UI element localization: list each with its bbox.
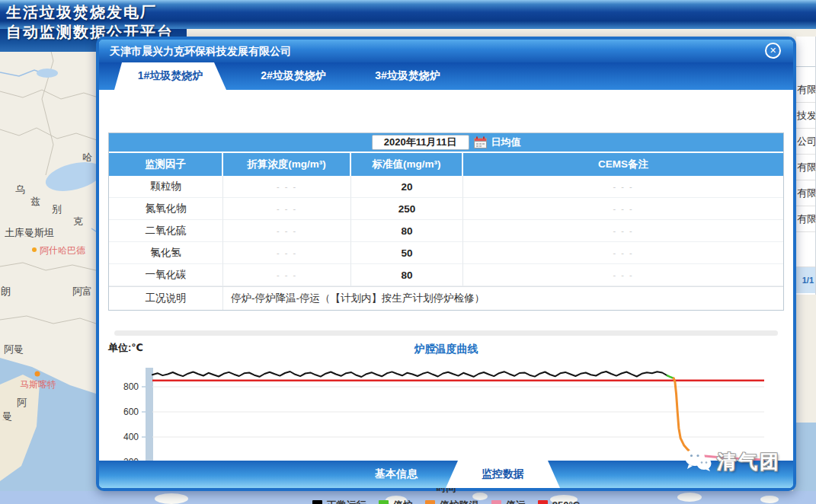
tab-incinerator-1[interactable]: 1#垃圾焚烧炉	[114, 62, 226, 90]
screen: 哈 乌 兹 别 克 土库曼斯坦 阿什哈巴德 朗 阿富 阿曼 马斯喀特 阿 曼 生…	[0, 0, 816, 504]
date-bar: 日均值	[109, 133, 783, 153]
factor-name: 氮氧化物	[109, 198, 223, 220]
table-header-row: 监测因子 折算浓度(mg/m³) 标准值(mg/m³) CEMS备注	[109, 153, 783, 176]
concentration-value: - - -	[223, 242, 351, 264]
enterprise-list-item[interactable]: 技发	[796, 103, 815, 129]
section-divider	[114, 330, 778, 336]
legend-swatch	[491, 500, 501, 504]
table-row: 氮氧化物 - - - 250 - - -	[109, 198, 783, 220]
standard-value: 80	[351, 264, 463, 286]
enterprise-list-empty-row	[796, 232, 815, 267]
factor-name: 二氧化硫	[109, 220, 223, 242]
standard-value: 80	[351, 220, 463, 242]
legend-swatch	[379, 500, 389, 504]
watermark-text: 清气团	[717, 449, 781, 474]
legend-item: 停炉降温	[425, 499, 479, 504]
map-label-oman: 阿曼	[4, 343, 24, 356]
map-label-oman2a: 阿	[17, 396, 27, 410]
map-label-oman2b: 曼	[2, 410, 12, 423]
legend-swatch	[538, 500, 548, 504]
condition-label: 工况说明	[109, 287, 223, 310]
table-row: 氯化氢 - - - 50 - - -	[109, 242, 783, 264]
dialog-title: 天津市晨兴力克环保科技发展有限公司	[110, 45, 291, 57]
concentration-value: - - -	[223, 264, 351, 286]
enterprise-list-item[interactable]: 有限	[796, 155, 815, 180]
legend-swatch	[425, 500, 435, 504]
legend-item: 850°C	[538, 499, 580, 504]
legend-item: 停炉	[379, 499, 413, 504]
concentration-value: - - -	[223, 176, 351, 198]
tab-basic-info[interactable]: 基本信息	[350, 461, 442, 488]
legend-label: 850°C	[552, 499, 580, 504]
legend-label: 正常运行	[327, 499, 366, 504]
pagination[interactable]: 1/1	[796, 267, 815, 293]
map-label-uz2: 兹	[30, 195, 40, 209]
condition-text: 停炉-停炉降温-停运（【计划内】按生产计划停炉检修）	[223, 287, 783, 310]
dialog-titlebar: 天津市晨兴力克环保科技发展有限公司	[99, 40, 793, 62]
col-header-concentration: 折算浓度(mg/m³)	[223, 153, 351, 176]
cems-note: - - -	[463, 198, 783, 220]
enterprise-list-item[interactable]: 有限	[796, 77, 815, 103]
map-label-kazakh: 哈	[82, 151, 92, 164]
enterprise-list-header	[796, 37, 815, 67]
legend-label: 停炉降温	[440, 499, 479, 504]
legend-label: 停炉	[393, 499, 413, 504]
map-label-uz4: 克	[73, 215, 83, 228]
svg-text:400: 400	[123, 432, 139, 442]
map-label-uz1: 乌	[15, 183, 25, 196]
factor-name: 氯化氢	[109, 242, 223, 264]
monitor-dialog: 天津市晨兴力克环保科技发展有限公司 ✕ 1#垃圾焚烧炉 2#垃圾焚烧炉 3#垃圾…	[96, 37, 796, 491]
cems-note: - - -	[463, 220, 783, 242]
standard-value: 50	[351, 242, 463, 264]
enterprise-list-item[interactable]: 公司	[796, 129, 815, 155]
close-icon[interactable]: ✕	[765, 43, 781, 59]
legend-label: 停运	[506, 499, 526, 504]
map-label-turkmenistan: 土库曼斯坦	[5, 226, 54, 240]
incinerator-tabs: 1#垃圾焚烧炉 2#垃圾焚烧炉 3#垃圾焚烧炉	[99, 62, 793, 90]
svg-text:800: 800	[123, 381, 139, 392]
watermark: 清气团	[683, 448, 781, 475]
condition-note-row: 工况说明 停炉-停炉降温-停运（【计划内】按生产计划停炉检修）	[109, 286, 783, 310]
enterprise-list-item[interactable]: 有限	[796, 180, 815, 206]
map-label-uz3: 别	[52, 203, 62, 216]
calendar-icon[interactable]	[474, 136, 487, 148]
legend-swatch	[312, 500, 322, 504]
tab-monitor-data[interactable]: 监控数据	[446, 461, 560, 488]
col-header-cems: CEMS备注	[463, 153, 783, 176]
enterprise-list-panel: 有限 技发 公司 有限 有限 有限 1/1	[796, 37, 816, 295]
cems-note: - - -	[463, 242, 783, 264]
tab-incinerator-3[interactable]: 3#垃圾焚烧炉	[347, 62, 469, 90]
legend-item: 正常运行	[312, 499, 366, 504]
cems-note: - - -	[463, 264, 783, 286]
tab-incinerator-2[interactable]: 2#垃圾焚烧炉	[232, 62, 354, 90]
concentration-value: - - -	[223, 198, 351, 220]
chart-legend: 正常运行停炉停炉降温停运850°C	[99, 499, 793, 504]
monitor-table: 日均值 监测因子 折算浓度(mg/m³) 标准值(mg/m³) CEMS备注 颗…	[108, 132, 784, 311]
col-header-standard: 标准值(mg/m³)	[351, 153, 463, 176]
col-header-factor: 监测因子	[109, 153, 223, 176]
legend-item: 停运	[491, 499, 526, 504]
cems-note: - - -	[463, 176, 783, 198]
enterprise-list-item[interactable]: 有限	[796, 206, 815, 232]
table-row: 二氧化硫 - - - 80 - - -	[109, 220, 783, 242]
map-label-afghanistan: 阿富	[72, 285, 92, 298]
daily-average-label: 日均值	[491, 136, 521, 149]
standard-value: 250	[351, 198, 463, 220]
map-label-iran: 朗	[1, 285, 11, 298]
table-row: 颗粒物 - - - 20 - - -	[109, 176, 783, 198]
map-label-ashgabat: 阿什哈巴德	[40, 244, 85, 257]
table-row: 一氧化碳 - - - 80 - - -	[109, 264, 783, 286]
standard-value: 20	[351, 176, 463, 198]
factor-name: 颗粒物	[109, 176, 223, 198]
concentration-value: - - -	[223, 220, 351, 242]
wechat-icon	[683, 448, 712, 475]
factor-name: 一氧化碳	[109, 264, 223, 286]
svg-text:600: 600	[123, 407, 139, 417]
date-input[interactable]	[372, 135, 469, 150]
site-title-line1: 生活垃圾焚烧发电厂	[6, 2, 174, 22]
map-label-muscat: 马斯喀特	[20, 378, 56, 391]
dialog-body: 日均值 监测因子 折算浓度(mg/m³) 标准值(mg/m³) CEMS备注 颗…	[99, 90, 793, 461]
